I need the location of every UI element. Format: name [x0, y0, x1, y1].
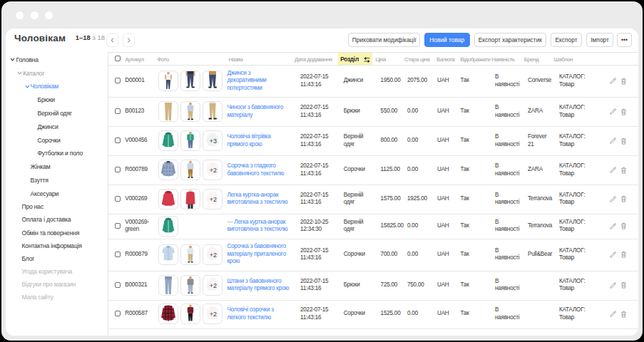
svg-text:+2: +2 — [210, 195, 217, 202]
svg-text:+2: +2 — [210, 281, 217, 289]
svg-text:+2: +2 — [210, 251, 217, 258]
svg-text:+2: +2 — [210, 167, 217, 174]
svg-text:+3: +3 — [210, 138, 217, 145]
svg-text:+2: +2 — [210, 311, 217, 318]
